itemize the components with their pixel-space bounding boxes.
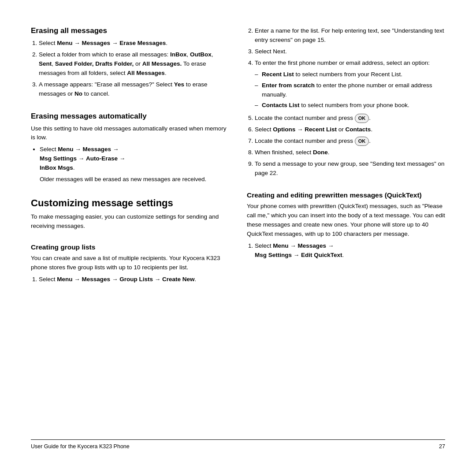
quicktext-step-1: Select Menu → Messages → Msg Settings → … [255,242,445,260]
right-column: Enter a name for the list. For help ente… [247,26,445,439]
page-container: Erasing all messages Select Menu → Messa… [0,0,476,476]
footer: User Guide for the Kyocera K323 Phone 27 [31,443,445,450]
erasing-auto-list: Select Menu → Messages → Msg Settings → … [40,145,229,184]
group-lists-step-7: Locate the contact number and press OK. [255,137,445,146]
step4-options: Recent List to select numbers from your … [255,70,445,111]
quicktext-heading: Creating and editing prewritten messages… [247,191,445,199]
group-lists-step-8: When finished, select Done. [255,148,445,157]
group-lists-step-2: Enter a name for the list. For help ente… [255,26,445,45]
quicktext-steps: Select Menu → Messages → Msg Settings → … [255,242,445,260]
erasing-all-step-3: A message appears: "Erase all messages?"… [39,80,229,99]
erasing-auto-heading: Erasing messages automatically [31,112,229,121]
erasing-auto-note: Older messages will be erased as new mes… [40,175,229,184]
left-column: Erasing all messages Select Menu → Messa… [31,26,229,439]
quicktext-intro: Your phone comes with prewritten (QuickT… [247,202,445,239]
ok-button-step5: OK [355,114,369,123]
group-lists-step-3: Select Next. [255,47,445,56]
group-lists-step-4: To enter the first phone number or email… [255,59,445,111]
erasing-auto-bullet: Select Menu → Messages → Msg Settings → … [40,145,229,184]
group-lists-intro: You can create and save a list of multip… [31,254,229,272]
erasing-all-section: Erasing all messages Select Menu → Messa… [31,26,229,102]
quicktext-section: Creating and editing prewritten messages… [247,191,445,264]
two-column-layout: Erasing all messages Select Menu → Messa… [31,26,445,439]
group-lists-heading: Creating group lists [31,243,229,251]
group-lists-step-6: Select Options → Recent List or Contacts… [255,125,445,134]
group-lists-section: Creating group lists You can create and … [31,243,229,288]
footer-right: 27 [439,443,445,450]
group-lists-step-9: To send a message to your new group, see… [255,160,445,178]
group-lists-cont-section: Enter a name for the list. For help ente… [247,26,445,182]
group-lists-step-5: Locate the contact number and press OK. [255,114,445,123]
footer-divider [31,439,445,440]
ok-button-step7: OK [355,137,369,146]
erasing-auto-intro: Use this setting to have old messages au… [31,124,229,143]
erasing-all-heading: Erasing all messages [31,26,229,35]
erasing-all-step-2: Select a folder from which to erase all … [39,50,229,78]
step4-option-scratch: Enter from scratch to enter the phone nu… [255,81,445,100]
customizing-section: Customizing message settings To make mes… [31,197,229,234]
group-lists-steps-left: Select Menu → Messages → Group Lists → C… [39,275,229,284]
erasing-all-steps: Select Menu → Messages → Erase Messages.… [39,39,229,99]
customizing-heading: Customizing message settings [31,197,229,209]
erasing-auto-section: Erasing messages automatically Use this … [31,112,229,188]
step4-option-contacts: Contacts List to select numbers from you… [255,101,445,110]
group-lists-step-1: Select Menu → Messages → Group Lists → C… [39,275,229,284]
group-lists-steps-right: Enter a name for the list. For help ente… [255,26,445,178]
footer-left: User Guide for the Kyocera K323 Phone [31,443,130,450]
erasing-all-step-1: Select Menu → Messages → Erase Messages. [39,39,229,48]
customizing-intro: To make messaging easier, you can custom… [31,212,229,231]
step4-option-recent: Recent List to select numbers from your … [255,70,445,79]
